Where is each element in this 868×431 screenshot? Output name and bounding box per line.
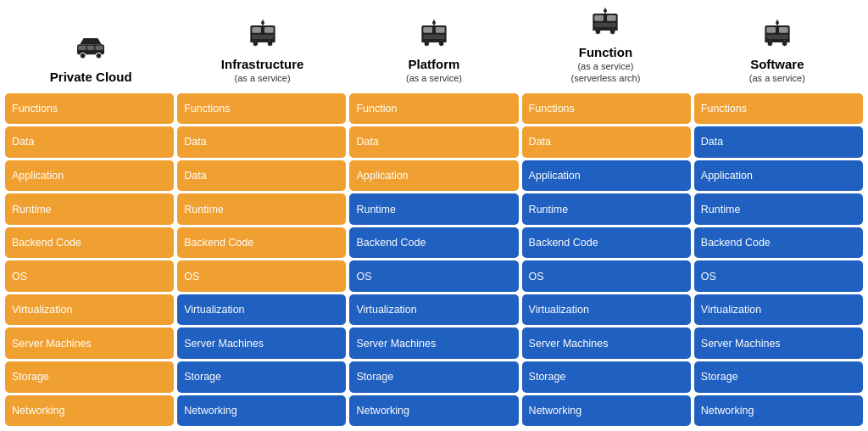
saas-icon xyxy=(760,19,794,55)
svg-point-1 xyxy=(81,53,86,59)
table-row: Backend Code xyxy=(522,227,691,259)
table-row: Functions xyxy=(5,93,174,125)
svg-rect-29 xyxy=(595,23,616,27)
table-row: Storage xyxy=(5,361,174,393)
table-row: Backend Code xyxy=(5,227,174,259)
table-row: Server Machines xyxy=(5,327,174,359)
table-row: Virtualization xyxy=(5,294,174,326)
svg-rect-5 xyxy=(96,45,103,49)
table-row: Functions xyxy=(177,93,346,125)
table-row: Runtime xyxy=(522,193,691,225)
svg-rect-18 xyxy=(423,27,432,33)
table-row: Backend Code xyxy=(694,227,863,259)
table-row: Data xyxy=(177,126,346,158)
svg-rect-38 xyxy=(766,35,787,39)
table-row: Server Machines xyxy=(349,327,518,359)
table-row: Function xyxy=(349,93,518,125)
svg-rect-14 xyxy=(250,41,275,43)
table-row: Networking xyxy=(5,395,174,427)
svg-rect-3 xyxy=(79,45,86,49)
svg-rect-41 xyxy=(765,41,789,43)
svg-point-2 xyxy=(96,53,102,59)
paas-icon xyxy=(417,19,451,55)
table-row: Virtualization xyxy=(349,294,518,326)
grid-body: FunctionsDataApplicationRuntimeBackend C… xyxy=(5,93,863,426)
svg-rect-37 xyxy=(779,27,788,33)
svg-point-7 xyxy=(261,21,264,25)
svg-rect-9 xyxy=(252,27,261,33)
table-row: Functions xyxy=(522,93,691,125)
table-row: OS xyxy=(5,260,174,292)
table-row: Virtualization xyxy=(522,294,691,326)
table-row: Data xyxy=(5,126,174,158)
table-row: Storage xyxy=(522,361,691,393)
paas-subtitle: (as a service) xyxy=(406,72,462,84)
svg-rect-27 xyxy=(595,15,604,21)
svg-rect-19 xyxy=(436,27,445,33)
table-row: Application xyxy=(5,160,174,192)
table-row: Server Machines xyxy=(522,327,691,359)
table-row: Server Machines xyxy=(177,327,346,359)
saas-subtitle: (as a service) xyxy=(749,72,805,84)
table-row: Networking xyxy=(694,395,863,427)
header-private-cloud: Private Cloud xyxy=(5,7,176,88)
table-row: Runtime xyxy=(694,193,863,225)
svg-rect-4 xyxy=(87,45,94,49)
faas-subtitle: (as a service)(serverless arch) xyxy=(570,60,640,85)
faas-title: Function xyxy=(579,45,632,60)
column-iaas: FunctionsDataDataRuntimeBackend CodeOSVi… xyxy=(177,93,346,426)
table-row: Networking xyxy=(177,395,346,427)
faas-icon xyxy=(588,7,622,43)
table-row: Runtime xyxy=(177,193,346,225)
svg-point-16 xyxy=(432,21,436,25)
svg-point-34 xyxy=(776,21,779,25)
column-paas: FunctionDataApplicationRuntimeBackend Co… xyxy=(349,93,518,426)
table-row: Application xyxy=(694,160,863,192)
table-row: Application xyxy=(349,160,518,192)
svg-rect-32 xyxy=(593,28,618,31)
table-row: Storage xyxy=(694,361,863,393)
table-row: Application xyxy=(522,160,691,192)
table-row: Runtime xyxy=(5,193,174,225)
header-iaas: Infrastructure(as a service) xyxy=(176,7,348,88)
iaas-icon xyxy=(246,19,280,55)
header-faas: Function(as a service)(serverless arch) xyxy=(520,7,691,88)
table-row: OS xyxy=(177,260,346,292)
table-row: Storage xyxy=(349,361,518,393)
column-saas: FunctionsDataApplicationRuntimeBackend C… xyxy=(694,93,863,426)
svg-point-25 xyxy=(604,9,607,13)
table-row: Data xyxy=(522,126,691,158)
table-row: Networking xyxy=(349,395,518,427)
table-row: Virtualization xyxy=(177,294,346,326)
table-row: OS xyxy=(349,260,518,292)
iaas-title: Infrastructure xyxy=(221,57,304,72)
private-cloud-title: Private Cloud xyxy=(50,70,132,85)
table-row: Storage xyxy=(177,361,346,393)
header-paas: Platform(as a service) xyxy=(348,7,520,88)
paas-title: Platform xyxy=(409,57,460,72)
svg-rect-20 xyxy=(423,35,444,39)
column-private-cloud: FunctionsDataApplicationRuntimeBackend C… xyxy=(5,93,174,426)
header-row: Private Cloud Infrastructure(as a servic… xyxy=(5,7,863,88)
table-row: Data xyxy=(349,126,518,158)
iaas-subtitle: (as a service) xyxy=(235,72,291,84)
svg-rect-23 xyxy=(421,41,446,43)
svg-rect-36 xyxy=(766,27,776,33)
table-row: Networking xyxy=(522,395,691,427)
saas-title: Software xyxy=(750,57,804,72)
table-row: OS xyxy=(694,260,863,292)
table-row: Runtime xyxy=(349,193,518,225)
table-row: Data xyxy=(177,160,346,192)
table-row: Backend Code xyxy=(349,227,518,259)
main-container: Private Cloud Infrastructure(as a servic… xyxy=(0,0,868,431)
private-cloud-icon xyxy=(74,31,108,68)
table-row: Server Machines xyxy=(694,327,863,359)
table-row: Virtualization xyxy=(694,294,863,326)
header-saas: Software(as a service) xyxy=(692,7,863,88)
table-row: OS xyxy=(522,260,691,292)
svg-rect-28 xyxy=(607,15,616,21)
svg-rect-11 xyxy=(252,35,273,39)
column-faas: FunctionsDataApplicationRuntimeBackend C… xyxy=(522,93,691,426)
svg-rect-10 xyxy=(264,27,274,33)
table-row: Data xyxy=(694,126,863,158)
